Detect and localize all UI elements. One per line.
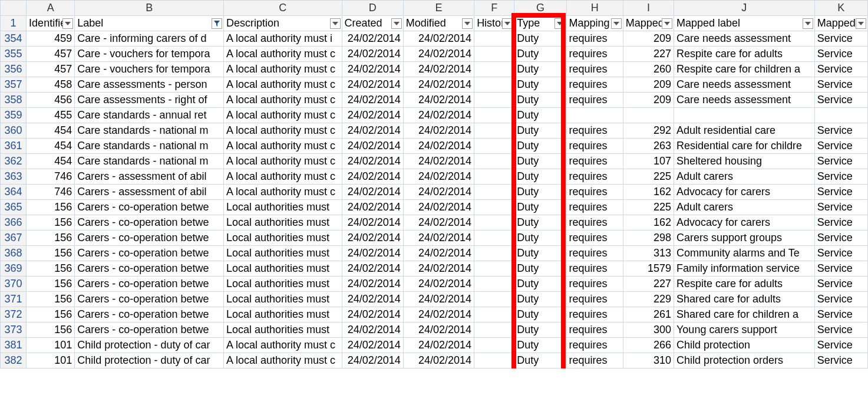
cell-J[interactable]: Respite care for adults <box>674 277 815 292</box>
cell-G[interactable]: Duty <box>514 77 566 93</box>
cell-C[interactable]: Local authorities must <box>224 307 342 322</box>
cell-I[interactable]: 107 <box>623 154 674 169</box>
cell-J[interactable]: Adult residential care <box>674 123 815 139</box>
cell-F[interactable] <box>474 215 514 231</box>
cell-C[interactable]: A local authority must c <box>224 93 342 108</box>
cell-H[interactable]: requires <box>566 31 623 47</box>
cell-J[interactable]: Community alarms and Te <box>674 246 815 261</box>
cell-E[interactable]: 24/02/2014 <box>403 200 474 215</box>
cell-E[interactable]: 24/02/2014 <box>403 353 474 368</box>
row-number[interactable]: 370 <box>1 277 27 292</box>
cell-A[interactable]: 459 <box>27 31 75 47</box>
filter-dropdown-icon[interactable] <box>462 18 473 29</box>
cell-D[interactable]: 24/02/2014 <box>342 277 403 292</box>
row-number[interactable]: 362 <box>1 154 27 169</box>
cell-C[interactable]: A local authority must c <box>224 169 342 185</box>
cell-B[interactable]: Child protection - duty of car <box>75 353 224 368</box>
cell-D[interactable]: 24/02/2014 <box>342 261 403 277</box>
column-header-F[interactable]: F <box>474 1 514 16</box>
cell-C[interactable]: Local authorities must <box>224 200 342 215</box>
cell-H[interactable]: requires <box>566 338 623 353</box>
cell-F[interactable] <box>474 154 514 169</box>
cell-E[interactable]: 24/02/2014 <box>403 93 474 108</box>
cell-F[interactable] <box>474 139 514 154</box>
cell-G[interactable]: Duty <box>514 231 566 246</box>
cell-G[interactable]: Duty <box>514 108 566 123</box>
cell-D[interactable]: 24/02/2014 <box>342 169 403 185</box>
cell-J[interactable]: Advocacy for carers <box>674 185 815 200</box>
cell-A[interactable]: 156 <box>27 307 75 322</box>
cell-H[interactable]: requires <box>566 169 623 185</box>
cell-G[interactable]: Duty <box>514 62 566 77</box>
cell-A[interactable]: 456 <box>27 93 75 108</box>
cell-I[interactable]: 229 <box>623 292 674 307</box>
cell-K[interactable]: Service <box>814 231 867 246</box>
row-number[interactable]: 356 <box>1 62 27 77</box>
spreadsheet-grid[interactable]: ABCDEFGHIJK 1IdentifierLabelDescriptionC… <box>0 0 868 368</box>
cell-C[interactable]: Local authorities must <box>224 277 342 292</box>
filter-dropdown-icon[interactable] <box>62 18 73 29</box>
cell-E[interactable]: 24/02/2014 <box>403 292 474 307</box>
cell-F[interactable] <box>474 93 514 108</box>
cell-J[interactable]: Respite care for children a <box>674 62 815 77</box>
cell-H[interactable]: requires <box>566 231 623 246</box>
cell-I[interactable]: 260 <box>623 62 674 77</box>
cell-B[interactable]: Carers - co-operation betwe <box>75 307 224 322</box>
cell-K[interactable]: Service <box>814 93 867 108</box>
cell-A[interactable]: 454 <box>27 154 75 169</box>
cell-J[interactable]: Care needs assessment <box>674 93 815 108</box>
cell-H[interactable]: requires <box>566 322 623 338</box>
cell-J[interactable]: Child protection <box>674 338 815 353</box>
cell-B[interactable]: Care standards - national m <box>75 123 224 139</box>
cell-F[interactable] <box>474 277 514 292</box>
cell-F[interactable] <box>474 261 514 277</box>
cell-C[interactable]: A local authority must c <box>224 185 342 200</box>
cell-C[interactable]: A local authority must c <box>224 108 342 123</box>
cell-F[interactable] <box>474 338 514 353</box>
cell-I[interactable] <box>623 108 674 123</box>
cell-D[interactable]: 24/02/2014 <box>342 185 403 200</box>
cell-I[interactable]: 292 <box>623 123 674 139</box>
cell-C[interactable]: Local authorities must <box>224 292 342 307</box>
field-header-J[interactable]: Mapped label <box>674 16 815 31</box>
cell-F[interactable] <box>474 123 514 139</box>
cell-G[interactable]: Duty <box>514 93 566 108</box>
cell-I[interactable]: 1579 <box>623 261 674 277</box>
cell-K[interactable]: Service <box>814 277 867 292</box>
row-number[interactable]: 381 <box>1 338 27 353</box>
row-number[interactable]: 357 <box>1 77 27 93</box>
cell-B[interactable]: Carers - co-operation betwe <box>75 322 224 338</box>
cell-I[interactable]: 266 <box>623 338 674 353</box>
cell-I[interactable]: 227 <box>623 47 674 62</box>
cell-E[interactable]: 24/02/2014 <box>403 261 474 277</box>
cell-D[interactable]: 24/02/2014 <box>342 154 403 169</box>
cell-C[interactable]: Local authorities must <box>224 261 342 277</box>
cell-J[interactable]: Sheltered housing <box>674 154 815 169</box>
cell-E[interactable]: 24/02/2014 <box>403 154 474 169</box>
field-header-E[interactable]: Modified <box>403 16 474 31</box>
cell-F[interactable] <box>474 108 514 123</box>
row-number[interactable]: 1 <box>1 16 27 31</box>
cell-K[interactable]: Service <box>814 31 867 47</box>
cell-E[interactable]: 24/02/2014 <box>403 123 474 139</box>
cell-B[interactable]: Care - informing carers of d <box>75 31 224 47</box>
row-number[interactable]: 354 <box>1 31 27 47</box>
cell-H[interactable]: requires <box>566 154 623 169</box>
field-header-G[interactable]: Type <box>514 16 566 31</box>
cell-E[interactable]: 24/02/2014 <box>403 47 474 62</box>
cell-J[interactable]: Adult carers <box>674 200 815 215</box>
cell-D[interactable]: 24/02/2014 <box>342 123 403 139</box>
cell-H[interactable]: requires <box>566 307 623 322</box>
cell-J[interactable]: Respite care for adults <box>674 47 815 62</box>
cell-I[interactable]: 209 <box>623 77 674 93</box>
cell-D[interactable]: 24/02/2014 <box>342 31 403 47</box>
cell-I[interactable]: 162 <box>623 185 674 200</box>
cell-I[interactable]: 225 <box>623 169 674 185</box>
cell-G[interactable]: Duty <box>514 322 566 338</box>
cell-K[interactable]: Service <box>814 292 867 307</box>
cell-G[interactable]: Duty <box>514 169 566 185</box>
cell-B[interactable]: Care standards - national m <box>75 154 224 169</box>
cell-E[interactable]: 24/02/2014 <box>403 169 474 185</box>
row-number[interactable]: 382 <box>1 353 27 368</box>
cell-K[interactable]: Service <box>814 246 867 261</box>
